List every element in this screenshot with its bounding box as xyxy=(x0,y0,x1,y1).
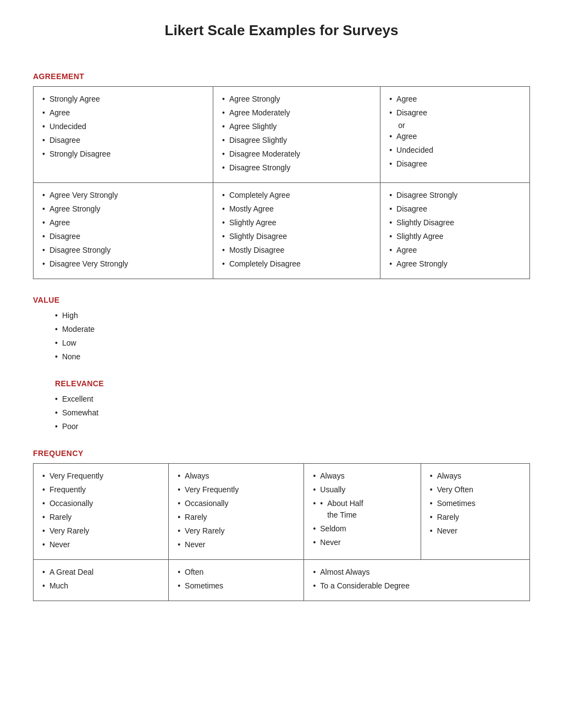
frequency-cell-r2c3: Almost Always To a Considerable Degree xyxy=(304,560,530,601)
agreement-cell-r1c1: Strongly Agree Agree Undecided Disagree … xyxy=(34,87,213,183)
list-item: Agree xyxy=(42,217,204,229)
list-item: Moderate xyxy=(55,324,530,335)
list-item: Strongly Disagree xyxy=(42,148,204,160)
list-item: Agree xyxy=(389,244,521,256)
list-item: Disagree Slightly xyxy=(222,135,371,146)
agreement-cell-r2c1: Agree Very Strongly Agree Strongly Agree… xyxy=(34,183,213,279)
frequency-cell-r2c1: A Great Deal Much xyxy=(34,560,169,601)
list-item: Never xyxy=(430,525,521,537)
list-item: Undecided xyxy=(42,121,204,132)
list-item: Disagree Very Strongly xyxy=(42,258,204,270)
agreement-cell-r1c3: Agree Disagree or Agree Undecided Disagr… xyxy=(380,87,530,183)
frequency-cell-r1c1: Very Frequently Frequently Occasionally … xyxy=(34,464,169,560)
list-item: Never xyxy=(42,539,159,551)
list-item: Slightly Disagree xyxy=(222,231,371,242)
frequency-label: FREQUENCY xyxy=(33,449,530,458)
list-item: Never xyxy=(178,539,295,551)
or-text: or xyxy=(398,121,521,130)
list-item: Disagree Strongly xyxy=(42,244,204,256)
list-item: Undecided xyxy=(389,145,521,156)
list-item: Low xyxy=(55,337,530,349)
list-item: Disagree xyxy=(389,158,521,170)
list-item: Slightly Agree xyxy=(222,217,371,229)
list-item: Very Rarely xyxy=(42,525,159,537)
list-item: Rarely xyxy=(178,512,295,523)
list-item: Agree Strongly xyxy=(389,258,521,270)
list-item: Never xyxy=(313,537,411,548)
agreement-cell-r2c3: Disagree Strongly Disagree Slightly Disa… xyxy=(380,183,530,279)
frequency-list-r1c1: Very Frequently Frequently Occasionally … xyxy=(42,470,159,551)
frequency-section: FREQUENCY Very Frequently Frequently Occ… xyxy=(33,449,530,601)
frequency-list-r1c2: Always Very Frequently Occasionally Rare… xyxy=(178,470,295,551)
list-item: Somewhat xyxy=(55,407,530,419)
frequency-table: Very Frequently Frequently Occasionally … xyxy=(33,463,530,601)
list-item: High xyxy=(55,310,530,321)
value-list: High Moderate Low None xyxy=(44,310,530,363)
agreement-list-r1c3a: Agree Disagree xyxy=(389,93,521,119)
list-item: Agree Strongly xyxy=(42,203,204,215)
frequency-list-r1c3: Always Usually •About Halfthe Time Seldo… xyxy=(313,470,411,548)
list-item: Occasionally xyxy=(178,498,295,509)
list-item: Agree Strongly xyxy=(222,93,371,105)
list-item: Agree Moderately xyxy=(222,107,371,119)
list-item: Disagree xyxy=(42,231,204,242)
list-item: To a Considerable Degree xyxy=(313,580,521,592)
list-item: Agree Very Strongly xyxy=(42,190,204,201)
relevance-section: RELEVANCE Excellent Somewhat Poor xyxy=(55,379,530,432)
agreement-label: AGREEMENT xyxy=(33,72,530,81)
agreement-list-r2c1: Agree Very Strongly Agree Strongly Agree… xyxy=(42,190,204,270)
agreement-section: AGREEMENT Strongly Agree Agree Undecided… xyxy=(33,72,530,279)
table-row: Strongly Agree Agree Undecided Disagree … xyxy=(34,87,530,183)
list-item: Completely Disagree xyxy=(222,258,371,270)
list-item: Slightly Agree xyxy=(389,231,521,242)
list-item: None xyxy=(55,351,530,363)
agreement-cell-r1c2: Agree Strongly Agree Moderately Agree Sl… xyxy=(213,87,380,183)
list-item: Very Frequently xyxy=(42,470,159,482)
frequency-list-r2c3: Almost Always To a Considerable Degree xyxy=(313,566,521,592)
list-item: Disagree Strongly xyxy=(389,190,521,201)
relevance-label: RELEVANCE xyxy=(55,379,530,388)
frequency-cell-r2c2: Often Sometimes xyxy=(169,560,304,601)
list-item: Sometimes xyxy=(430,498,521,509)
list-item: Seldom xyxy=(313,523,411,535)
list-item: Agree xyxy=(42,107,204,119)
list-item: Mostly Disagree xyxy=(222,244,371,256)
list-item: Usually xyxy=(313,484,411,496)
frequency-list-r2c2: Often Sometimes xyxy=(178,566,295,592)
list-item: Very Frequently xyxy=(178,484,295,496)
list-item: Always xyxy=(178,470,295,482)
value-section: VALUE High Moderate Low None xyxy=(33,296,530,363)
agreement-table: Strongly Agree Agree Undecided Disagree … xyxy=(33,86,530,279)
list-item: Almost Always xyxy=(313,566,521,578)
list-item: Rarely xyxy=(430,512,521,523)
page-title: Likert Scale Examples for Surveys xyxy=(33,22,530,39)
agreement-list-r2c3: Disagree Strongly Disagree Slightly Disa… xyxy=(389,190,521,270)
list-item: Much xyxy=(42,580,159,592)
frequency-cell-r1c2: Always Very Frequently Occasionally Rare… xyxy=(169,464,304,560)
agreement-list-r1c3b: Agree Undecided Disagree xyxy=(389,131,521,170)
table-row: Very Frequently Frequently Occasionally … xyxy=(34,464,530,560)
list-item: Always xyxy=(313,470,411,482)
value-list-container: High Moderate Low None xyxy=(44,310,530,363)
list-item: Disagree Moderately xyxy=(222,148,371,160)
list-item: Always xyxy=(430,470,521,482)
list-item: Occasionally xyxy=(42,498,159,509)
list-item: Disagree xyxy=(389,107,521,119)
list-item: Agree xyxy=(389,93,521,105)
agreement-list-r1c1: Strongly Agree Agree Undecided Disagree … xyxy=(42,93,204,160)
list-item: Excellent xyxy=(55,393,530,405)
frequency-cell-r1c3: Always Usually •About Halfthe Time Seldo… xyxy=(304,464,421,560)
list-item: Agree xyxy=(389,131,521,142)
list-item: Poor xyxy=(55,421,530,432)
list-item: Strongly Agree xyxy=(42,93,204,105)
frequency-list-r2c1: A Great Deal Much xyxy=(42,566,159,592)
table-row: Agree Very Strongly Agree Strongly Agree… xyxy=(34,183,530,279)
table-row: A Great Deal Much Often Sometimes Almost… xyxy=(34,560,530,601)
relevance-list: Excellent Somewhat Poor xyxy=(55,393,530,432)
list-item: •About Halfthe Time xyxy=(313,498,411,521)
frequency-list-r1c4: Always Very Often Sometimes Rarely Never xyxy=(430,470,521,537)
list-item: Mostly Agree xyxy=(222,203,371,215)
list-item: Very Often xyxy=(430,484,521,496)
list-item: Completely Agree xyxy=(222,190,371,201)
list-item: Disagree Strongly xyxy=(222,162,371,174)
